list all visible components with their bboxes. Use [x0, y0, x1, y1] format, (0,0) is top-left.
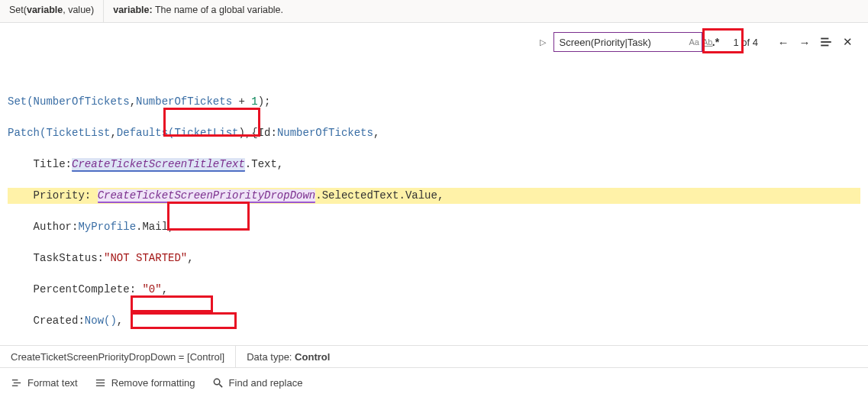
- code-token: Patch(: [8, 127, 46, 139]
- code-token: NumberOfTickets: [34, 95, 130, 108]
- code-token: NumberOfTickets: [136, 95, 232, 108]
- code-ctrl-title: CreateTicketScreenTitleText: [72, 158, 245, 172]
- code-ctrl-priority: CreateTicketScreenPriorityDropDown: [98, 189, 316, 203]
- formula-editor[interactable]: Set(NumberOfTickets,NumberOfTickets + 1)…: [0, 23, 868, 328]
- desc-term: variable:: [113, 5, 152, 15]
- code-token: Created:: [8, 315, 85, 327]
- info-bar: CreateTicketScreenPriorityDropDown = [Co…: [0, 345, 868, 368]
- find-input[interactable]: [559, 37, 687, 48]
- format-text-label: Format text: [27, 377, 78, 389]
- code-token: .SelectedText.Value,: [315, 189, 444, 202]
- signature-desc: variable: The name of a global variable.: [104, 0, 292, 22]
- code-token: TicketList: [174, 127, 238, 139]
- code-token: Now(): [85, 315, 117, 327]
- code-token: ,: [162, 283, 168, 295]
- find-replace-button[interactable]: Find and replace: [212, 377, 303, 389]
- close-find-icon[interactable]: ✕: [841, 35, 854, 49]
- remove-formatting-button[interactable]: Remove formatting: [95, 377, 195, 389]
- signature-bar: Set(variable, value) variable: The name …: [0, 0, 868, 23]
- code-token: "0": [142, 283, 161, 295]
- sig-arg1: variable: [27, 5, 63, 15]
- code-token: +: [232, 95, 251, 108]
- format-text-button[interactable]: Format text: [11, 377, 78, 389]
- find-input-wrap: Aa Ab: [553, 32, 702, 52]
- code-token: Set(: [8, 95, 34, 108]
- code-token: TaskStatus:: [8, 252, 104, 264]
- prev-match-icon[interactable]: ←: [776, 35, 790, 49]
- info-datatype: Data type: Control: [236, 346, 340, 367]
- match-case-icon[interactable]: Aa: [687, 37, 700, 47]
- remove-formatting-label: Remove formatting: [111, 377, 195, 389]
- code-token: 1: [251, 95, 257, 108]
- desc-text: The name of a global variable.: [155, 5, 283, 15]
- svg-line-10: [219, 384, 222, 387]
- code-token: ,: [117, 315, 123, 327]
- sig-fn: Set: [9, 5, 24, 15]
- code-token: ,: [373, 127, 379, 139]
- code-token: PercentComplete:: [8, 283, 142, 295]
- code-token: ,: [110, 127, 116, 139]
- code-token: Priority:: [8, 189, 98, 202]
- next-match-icon[interactable]: →: [798, 35, 812, 49]
- find-nav: ← → ✕: [776, 35, 854, 49]
- find-in-selection-icon[interactable]: [819, 35, 833, 49]
- code-token: ,: [187, 252, 193, 264]
- code-token: ,: [130, 95, 136, 108]
- code-token: .Mail,: [136, 221, 174, 233]
- find-replace-label: Find and replace: [229, 377, 303, 389]
- code-token: Defaults(: [117, 127, 175, 139]
- annotation-box: [131, 295, 213, 312]
- code-token: TicketList: [46, 127, 110, 139]
- signature-text: Set(variable, value): [0, 0, 104, 22]
- find-count: 1 of 4: [728, 37, 763, 48]
- find-expand-icon[interactable]: ▷: [537, 36, 549, 49]
- svg-point-9: [214, 379, 220, 385]
- regex-toggle-icon[interactable]: .*: [707, 34, 724, 50]
- sig-arg2: value: [68, 5, 91, 15]
- action-bar: Format text Remove formatting Find and r…: [0, 370, 868, 395]
- find-panel: ▷ Aa Ab .* 1 of 4 ← → ✕: [532, 29, 859, 55]
- code-token: MyProfile: [78, 221, 136, 233]
- code-token: NumberOfTickets: [277, 127, 373, 139]
- code-token: Title:: [8, 158, 72, 170]
- info-control-name: CreateTicketScreenPriorityDropDown = [Co…: [0, 346, 236, 367]
- code-token: .Text,: [245, 158, 283, 170]
- code-token: );: [258, 95, 271, 108]
- code-token: ),{Id:: [238, 127, 276, 139]
- code-token: "NOT STARTED": [104, 252, 187, 264]
- code-token: Author:: [8, 221, 78, 233]
